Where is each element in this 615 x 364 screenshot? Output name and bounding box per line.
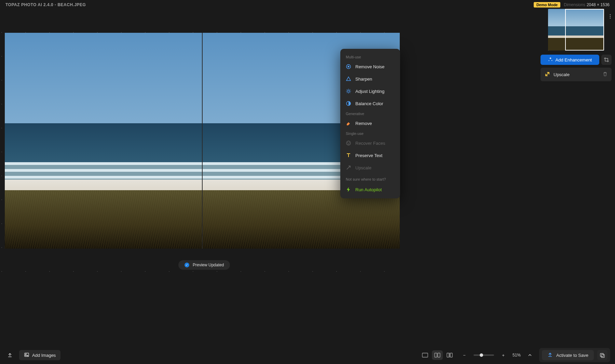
menu-label: Upscale <box>355 165 371 170</box>
dimensions-label: Dimensions <box>564 2 585 7</box>
svg-rect-17 <box>600 353 603 356</box>
menu-remove-noise[interactable]: Remove Noise <box>340 60 400 73</box>
button-label: Add Enhancement <box>556 57 592 62</box>
crop-button[interactable] <box>601 55 612 65</box>
svg-rect-13 <box>435 353 437 357</box>
lighting-icon <box>346 88 351 94</box>
svg-point-7 <box>610 14 611 15</box>
bolt-icon <box>346 187 351 192</box>
svg-point-11 <box>26 354 26 354</box>
svg-point-8 <box>610 16 611 17</box>
menu-label: Remove Noise <box>355 64 384 69</box>
view-mode-group <box>420 350 455 360</box>
svg-point-2 <box>347 90 350 92</box>
bottom-bar: Add Images − + 51% Activate to Save <box>0 346 615 364</box>
enhancement-upscale[interactable]: Upscale <box>541 68 612 81</box>
export-icon <box>547 352 553 359</box>
button-label: Add Images <box>32 353 56 358</box>
menu-label: Balance Color <box>355 101 383 106</box>
original-pane[interactable] <box>5 33 202 249</box>
autopilot-hint: Not sure where to start? <box>340 174 400 183</box>
zoom-percent: 51% <box>512 353 521 358</box>
chip-label: Upscale <box>554 72 570 77</box>
titlebar: TOPAZ PHOTO AI 2.4.0 - BEACH.JPEG Demo M… <box>0 0 615 10</box>
zoom-menu-button[interactable] <box>525 350 535 360</box>
menu-label: Preserve Text <box>355 153 382 158</box>
svg-rect-14 <box>438 353 440 357</box>
app-title: TOPAZ PHOTO AI 2.4.0 - BEACH.JPEG <box>5 2 86 7</box>
dimensions-value: 2048 × 1536 <box>587 2 610 7</box>
sparkle-icon <box>548 57 553 63</box>
eraser-icon <box>346 121 351 126</box>
sharpen-icon <box>346 76 351 82</box>
menu-recover-faces: Recover Faces <box>340 137 400 149</box>
upscale-icon <box>346 165 351 170</box>
button-label: Activate to Save <box>556 353 588 358</box>
preview-label: Preview Updated <box>193 263 224 267</box>
menu-run-autopilot[interactable]: Run Autopilot <box>340 183 400 196</box>
save-area: Activate to Save <box>539 348 610 362</box>
section-singleuse: Single-use <box>340 129 400 137</box>
svg-point-6 <box>349 143 350 143</box>
svg-point-5 <box>347 143 348 143</box>
add-images-button[interactable]: Add Images <box>19 350 60 360</box>
delete-enhancement-button[interactable] <box>603 72 607 78</box>
menu-upscale: Upscale <box>340 162 400 174</box>
activate-to-save-button[interactable]: Activate to Save <box>542 350 594 360</box>
svg-rect-16 <box>450 353 452 357</box>
svg-point-1 <box>348 66 350 68</box>
preview-status: ✓ Preview Updated <box>178 260 230 270</box>
navigator-thumbnail[interactable] <box>548 9 604 51</box>
balance-color-icon <box>346 101 351 106</box>
svg-rect-12 <box>422 353 428 357</box>
menu-label: Recover Faces <box>355 141 385 146</box>
view-split[interactable] <box>444 350 455 360</box>
svg-rect-18 <box>601 354 604 358</box>
menu-remove[interactable]: Remove <box>340 117 400 129</box>
menu-label: Sharpen <box>355 76 372 82</box>
image-icon <box>24 352 29 359</box>
menu-preserve-text[interactable]: Preserve Text <box>340 149 400 162</box>
viewport-frame[interactable] <box>565 9 604 51</box>
check-icon: ✓ <box>184 263 189 267</box>
section-generative: Generative <box>340 110 400 117</box>
svg-point-4 <box>346 141 351 145</box>
svg-rect-15 <box>447 353 449 357</box>
menu-balance-color[interactable]: Balance Color <box>340 97 400 110</box>
menu-label: Remove <box>355 121 372 126</box>
zoom-slider[interactable] <box>474 354 494 356</box>
noise-icon <box>346 64 351 69</box>
add-enhancement-button[interactable]: Add Enhancement <box>541 55 599 65</box>
zoom-out-button[interactable]: − <box>459 350 469 360</box>
more-menu-button[interactable] <box>607 14 613 20</box>
save-options-button[interactable] <box>597 350 607 360</box>
zoom-in-button[interactable]: + <box>498 350 508 360</box>
enhancement-menu: Multi-use Remove Noise Sharpen Adjust Li… <box>340 49 400 198</box>
right-panel: Add Enhancement Upscale <box>537 9 615 346</box>
svg-point-9 <box>610 18 611 19</box>
menu-label: Adjust Lighting <box>355 89 384 94</box>
demo-mode-badge: Demo Mode <box>534 2 560 8</box>
upload-button[interactable] <box>5 350 15 360</box>
upscale-icon <box>545 71 550 78</box>
view-side-by-side[interactable] <box>432 350 443 360</box>
face-icon <box>346 140 351 146</box>
menu-label: Run Autopilot <box>355 187 382 192</box>
menu-adjust-lighting[interactable]: Adjust Lighting <box>340 85 400 97</box>
menu-sharpen[interactable]: Sharpen <box>340 73 400 85</box>
section-multiuse: Multi-use <box>340 53 400 60</box>
view-single[interactable] <box>420 350 430 360</box>
text-icon <box>346 153 351 158</box>
